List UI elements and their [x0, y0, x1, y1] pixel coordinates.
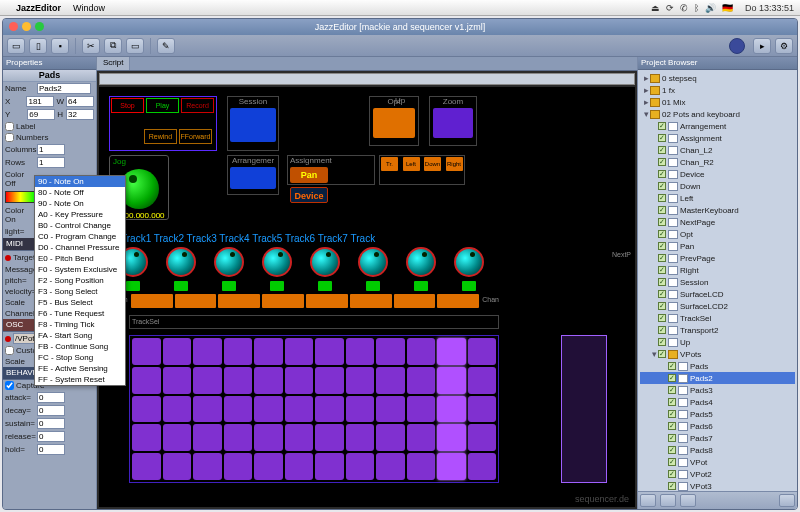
- pad[interactable]: [224, 453, 253, 480]
- track-led[interactable]: [318, 281, 332, 291]
- numbers-checkbox[interactable]: [5, 133, 14, 142]
- midi-option[interactable]: 90 - Note On: [35, 198, 125, 209]
- x-input[interactable]: [26, 96, 54, 107]
- pad[interactable]: [132, 338, 161, 365]
- pad[interactable]: [376, 367, 405, 394]
- midi-option[interactable]: B0 - Control Change: [35, 220, 125, 231]
- arranger-pad[interactable]: [230, 167, 276, 189]
- right-button[interactable]: Right: [446, 157, 463, 171]
- midi-option[interactable]: FA - Start Song: [35, 330, 125, 341]
- flag-icon[interactable]: 🇩🇪: [722, 3, 733, 13]
- pad[interactable]: [254, 338, 283, 365]
- pad[interactable]: [193, 338, 222, 365]
- rows-input[interactable]: [37, 157, 65, 168]
- run-button[interactable]: [729, 38, 745, 54]
- chan-button[interactable]: [306, 294, 348, 308]
- vpot-knob[interactable]: [454, 247, 484, 277]
- attack-input[interactable]: [37, 392, 65, 403]
- tree-item[interactable]: ✓Chan_R2: [640, 156, 795, 168]
- midi-option[interactable]: 90 - Note On: [35, 176, 125, 187]
- pad[interactable]: [163, 396, 192, 423]
- pad[interactable]: [254, 367, 283, 394]
- pad[interactable]: [376, 453, 405, 480]
- pad[interactable]: [315, 424, 344, 451]
- visibility-checkbox[interactable]: ✓: [658, 302, 666, 310]
- tree-folder[interactable]: ▸1 fx: [640, 84, 795, 96]
- tree-folder[interactable]: ▾✓VPots: [640, 348, 795, 360]
- pad[interactable]: [407, 453, 436, 480]
- chan-button[interactable]: [350, 294, 392, 308]
- foot-btn-1[interactable]: [640, 494, 656, 507]
- midi-option[interactable]: FB - Continue Song: [35, 341, 125, 352]
- tree-item[interactable]: ✓Pads: [640, 360, 795, 372]
- visibility-checkbox[interactable]: ✓: [668, 386, 676, 394]
- hold-input[interactable]: [37, 444, 65, 455]
- pad[interactable]: [437, 453, 466, 480]
- sync-icon[interactable]: ⟳: [666, 3, 674, 13]
- pad[interactable]: [346, 453, 375, 480]
- pad[interactable]: [346, 338, 375, 365]
- tree-item[interactable]: ✓Pan: [640, 240, 795, 252]
- pad[interactable]: [224, 396, 253, 423]
- tree-item[interactable]: ✓SurfaceLCD: [640, 288, 795, 300]
- vpot-knob[interactable]: [214, 247, 244, 277]
- pad[interactable]: [132, 367, 161, 394]
- bluetooth-icon[interactable]: ᛒ: [694, 3, 699, 13]
- pad[interactable]: [468, 453, 497, 480]
- pad[interactable]: [193, 396, 222, 423]
- visibility-checkbox[interactable]: ✓: [668, 362, 676, 370]
- midi-option[interactable]: FC - Stop Song: [35, 352, 125, 363]
- zoom-icon[interactable]: [35, 22, 44, 31]
- visibility-checkbox[interactable]: ✓: [658, 242, 666, 250]
- visibility-checkbox[interactable]: ✓: [658, 218, 666, 226]
- pad[interactable]: [193, 367, 222, 394]
- tree-item[interactable]: ✓Pads6: [640, 420, 795, 432]
- pad[interactable]: [285, 424, 314, 451]
- tree-folder[interactable]: ▸0 stepseq: [640, 72, 795, 84]
- phone-icon[interactable]: ✆: [680, 3, 688, 13]
- midi-option[interactable]: E0 - Pitch Bend: [35, 253, 125, 264]
- cut-button[interactable]: ✂: [82, 38, 100, 54]
- visibility-checkbox[interactable]: ✓: [668, 398, 676, 406]
- pad[interactable]: [376, 338, 405, 365]
- pad[interactable]: [254, 453, 283, 480]
- visibility-checkbox[interactable]: ✓: [668, 446, 676, 454]
- new-button[interactable]: ▭: [7, 38, 25, 54]
- visibility-checkbox[interactable]: ✓: [658, 182, 666, 190]
- h-input[interactable]: [66, 109, 94, 120]
- pad[interactable]: [468, 424, 497, 451]
- decay-input[interactable]: [37, 405, 65, 416]
- stop-button[interactable]: Stop: [111, 98, 144, 113]
- pad[interactable]: [285, 396, 314, 423]
- chan-button[interactable]: [262, 294, 304, 308]
- pad[interactable]: [285, 453, 314, 480]
- vpot-knob[interactable]: [358, 247, 388, 277]
- tree-item[interactable]: ✓Pads2: [640, 372, 795, 384]
- tree-item[interactable]: ✓Pads8: [640, 444, 795, 456]
- disclosure-icon[interactable]: ▾: [650, 349, 658, 359]
- disclosure-icon[interactable]: ▾: [642, 109, 650, 119]
- pad[interactable]: [254, 396, 283, 423]
- pad[interactable]: [437, 424, 466, 451]
- midi-option[interactable]: F6 - Tune Request: [35, 308, 125, 319]
- visibility-checkbox[interactable]: ✓: [658, 278, 666, 286]
- midi-option[interactable]: 80 - Note Off: [35, 187, 125, 198]
- pad[interactable]: [407, 367, 436, 394]
- chan-button[interactable]: [394, 294, 436, 308]
- pad[interactable]: [346, 396, 375, 423]
- volume-icon[interactable]: 🔊: [705, 3, 716, 13]
- chan-button[interactable]: [131, 294, 173, 308]
- pad[interactable]: [376, 424, 405, 451]
- tree-item[interactable]: ✓Pads7: [640, 432, 795, 444]
- play-button[interactable]: Play: [146, 98, 179, 113]
- close-icon[interactable]: [9, 22, 18, 31]
- pad[interactable]: [315, 396, 344, 423]
- tree-item[interactable]: ✓Left: [640, 192, 795, 204]
- chan-button[interactable]: [175, 294, 217, 308]
- tree-folder[interactable]: ▾02 Pots and keyboard: [640, 108, 795, 120]
- tree-item[interactable]: ✓Opt: [640, 228, 795, 240]
- visibility-checkbox[interactable]: ✓: [668, 410, 676, 418]
- pad[interactable]: [132, 453, 161, 480]
- tree-item[interactable]: ✓Down: [640, 180, 795, 192]
- tree-item[interactable]: ✓Chan_L2: [640, 144, 795, 156]
